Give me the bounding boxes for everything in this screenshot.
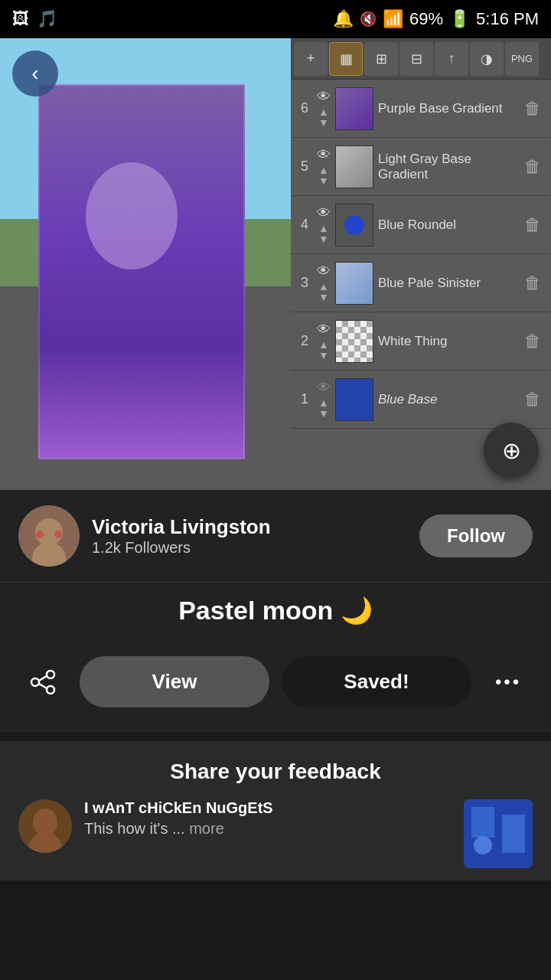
view-button[interactable]: View: [80, 656, 269, 707]
layer-arrows: ▲▼: [318, 223, 329, 244]
delete-layer-button[interactable]: 🗑: [520, 329, 545, 354]
layer-controls: 👁 ▲▼: [317, 322, 331, 361]
battery-icon: 🔋: [449, 9, 470, 29]
merge-icon: ⊟: [411, 51, 422, 67]
layer-row[interactable]: 1 👁 ▲▼ Blue Base 🗑: [291, 371, 551, 429]
feedback-section: Share your feedback I wAnT cHiCkEn NuGgE…: [0, 741, 551, 880]
merge-button[interactable]: ⊟: [399, 42, 433, 76]
svg-line-10: [39, 684, 47, 688]
svg-point-17: [474, 836, 492, 854]
png-icon: PNG: [511, 53, 533, 64]
comment-image: [464, 799, 533, 868]
layer-name: Blue Base: [378, 392, 516, 407]
svg-point-12: [33, 808, 57, 836]
layer-arrows: ▲▼: [318, 339, 329, 361]
back-button[interactable]: ‹: [12, 51, 58, 96]
png-button[interactable]: PNG: [505, 42, 539, 76]
layer-row[interactable]: 2 👁 ▲▼ White Thing 🗑: [291, 312, 551, 371]
layer-controls: 👁 ▲▼: [317, 380, 331, 419]
delete-layer-button[interactable]: 🗑: [520, 387, 545, 412]
read-more-link[interactable]: more: [189, 820, 224, 837]
commenter-username: I wAnT cHiCkEn NuGgEtS: [84, 799, 452, 817]
more-icon: •••: [495, 671, 521, 693]
layer-thumbnail: [335, 204, 373, 247]
visibility-icon[interactable]: 👁: [317, 89, 331, 105]
visibility-icon[interactable]: 👁: [317, 147, 331, 163]
visibility-icon: 👁: [317, 380, 331, 396]
svg-point-0: [344, 215, 364, 235]
wifi-icon: 📶: [383, 9, 403, 29]
status-right-info: 🔔 🔇 📶 69% 🔋 5:16 PM: [333, 9, 539, 29]
export-icon: ↑: [448, 51, 455, 67]
export-button[interactable]: ↑: [435, 42, 468, 76]
avatar[interactable]: [18, 505, 80, 567]
layer-controls: 👁 ▲▼: [317, 263, 331, 302]
layer-name: Purple Base Gradient: [378, 101, 516, 116]
user-section: Victoria Livingston 1.2k Followers Follo…: [0, 490, 551, 582]
moon-shape: [86, 162, 178, 270]
layer-number: 2: [297, 333, 312, 349]
comment-content: I wAnT cHiCkEn NuGgEtS This how it's ...…: [84, 799, 452, 838]
layer-controls: 👁 ▲▼: [317, 205, 331, 244]
delete-layer-button[interactable]: 🗑: [520, 155, 545, 179]
add-layer-button[interactable]: +: [294, 42, 328, 76]
post-title: Pastel moon 🌙: [18, 595, 533, 626]
grid-button[interactable]: ▦: [329, 42, 363, 76]
delete-layer-button[interactable]: 🗑: [520, 271, 545, 296]
layer-number: 3: [297, 275, 312, 291]
user-info: Victoria Livingston 1.2k Followers: [92, 515, 407, 557]
layer-name: Light Gray Base Gradient: [378, 152, 516, 182]
delete-layer-button[interactable]: 🗑: [520, 213, 545, 237]
layers-toolbar: + ▦ ⊞ ⊟ ↑ ◑ PNG: [291, 38, 551, 80]
layer-number: 5: [297, 158, 312, 175]
scan-fab-button[interactable]: ⊕: [484, 423, 539, 478]
mask-button[interactable]: ◑: [470, 42, 504, 76]
layer-row[interactable]: 6 👁 ▲▼ Purple Base Gradient 🗑: [291, 80, 551, 138]
more-options-button[interactable]: •••: [484, 658, 533, 707]
visibility-icon[interactable]: 👁: [317, 263, 331, 279]
visibility-icon[interactable]: 👁: [317, 322, 331, 338]
svg-point-4: [36, 531, 44, 538]
notification-icon: 🔔: [333, 9, 354, 29]
saved-button[interactable]: Saved!: [282, 656, 471, 707]
layer-row[interactable]: 3 👁 ▲▼ Blue Pale Sinister 🗑: [291, 254, 551, 312]
delete-layer-button[interactable]: 🗑: [520, 96, 545, 121]
layer-thumbnail: [335, 378, 373, 421]
svg-point-7: [31, 678, 39, 686]
svg-point-8: [47, 686, 54, 694]
image-icon: 🖼: [12, 9, 29, 29]
battery-percent: 69%: [409, 9, 443, 29]
visibility-icon[interactable]: 👁: [317, 205, 331, 221]
svg-point-6: [47, 671, 54, 678]
comment-row: I wAnT cHiCkEn NuGgEtS This how it's ...…: [18, 799, 533, 868]
title-section: Pastel moon 🌙: [0, 582, 551, 644]
layer-name: Blue Roundel: [378, 217, 516, 233]
layer-thumbnail: [335, 87, 373, 130]
layer-arrows: ▲▼: [318, 165, 329, 186]
layer-arrows: ▲▼: [318, 281, 329, 302]
layer-name: White Thing: [378, 334, 516, 349]
music-icon: 🎵: [37, 9, 57, 29]
layer-thumbnail: [335, 320, 373, 363]
username: Victoria Livingston: [92, 515, 407, 539]
action-section: View Saved! •••: [0, 644, 551, 732]
layer-controls: 👁 ▲▼: [317, 89, 331, 128]
layer-row[interactable]: 4 👁 ▲▼ Blue Roundel 🗑: [291, 196, 551, 254]
follow-button[interactable]: Follow: [419, 514, 533, 557]
purple-banner: [38, 84, 245, 459]
layer-arrows: ▲▼: [318, 397, 329, 419]
layers-button[interactable]: ⊞: [364, 42, 398, 76]
commenter-avatar[interactable]: [18, 799, 72, 853]
layer-row[interactable]: 5 👁 ▲▼ Light Gray Base Gradient 🗑: [291, 138, 551, 196]
grid-icon: ▦: [340, 51, 353, 67]
share-button[interactable]: [18, 658, 67, 707]
mask-icon: ◑: [481, 51, 493, 67]
image-preview: ‹: [0, 38, 291, 490]
layers-icon: ⊞: [376, 51, 387, 67]
silent-icon: 🔇: [360, 11, 377, 28]
feedback-title: Share your feedback: [18, 760, 533, 784]
layer-number: 6: [297, 100, 312, 116]
comment-text: This how it's ... more: [84, 820, 452, 838]
clock: 5:16 PM: [476, 9, 539, 29]
scan-icon: ⊕: [502, 437, 521, 464]
